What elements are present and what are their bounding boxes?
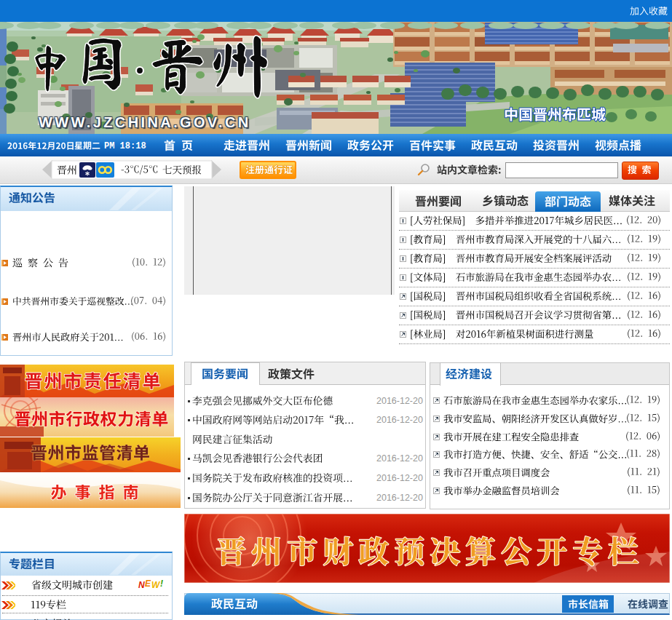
svg-text:!: ! (160, 579, 163, 589)
svg-text:N: N (138, 580, 145, 590)
svg-text:E: E (145, 579, 151, 589)
